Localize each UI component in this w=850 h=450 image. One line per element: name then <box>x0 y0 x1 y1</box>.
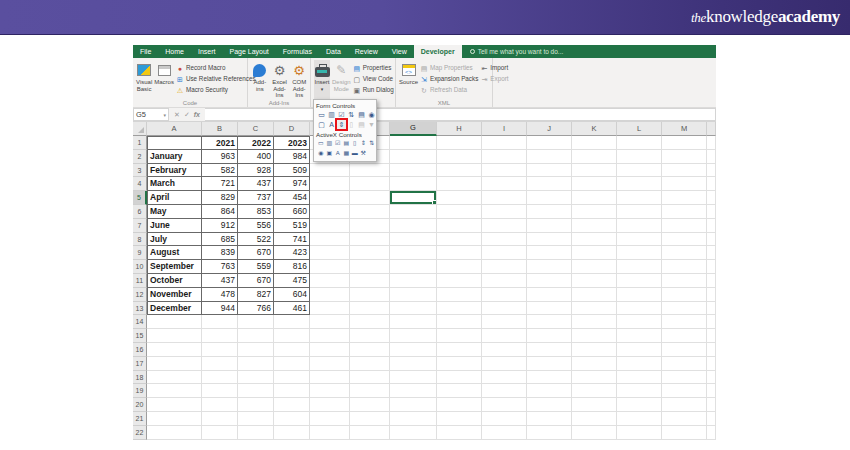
cell-A5[interactable]: April <box>147 191 202 205</box>
cell-G7[interactable] <box>390 219 437 233</box>
cell-D1[interactable]: 2023 <box>274 136 310 150</box>
cell-J13[interactable] <box>527 302 572 316</box>
cell-B8[interactable]: 685 <box>202 233 238 247</box>
activex-control-text-box-icon[interactable]: ▯ <box>351 139 359 148</box>
cell-B16[interactable] <box>202 343 238 357</box>
cell-I20[interactable] <box>482 398 527 412</box>
cell-A16[interactable] <box>147 343 202 357</box>
cell-E11[interactable] <box>310 274 350 288</box>
select-all-corner[interactable] <box>133 122 147 136</box>
cell-J9[interactable] <box>527 246 572 260</box>
cell-B5[interactable]: 829 <box>202 191 238 205</box>
tab-developer[interactable]: Developer <box>414 45 462 58</box>
cell-L20[interactable] <box>617 398 662 412</box>
form-control-combo-list-edit-icon[interactable]: ▤ <box>357 120 366 129</box>
cell-H21[interactable] <box>437 412 482 426</box>
row-header-18[interactable]: 18 <box>133 371 147 385</box>
activex-control-list-box-icon[interactable]: ▤ <box>343 139 351 148</box>
cell-I1[interactable] <box>482 136 527 150</box>
row-header-15[interactable]: 15 <box>133 329 147 343</box>
cell-K8[interactable] <box>572 233 617 247</box>
cell-D15[interactable] <box>274 329 310 343</box>
cell-B19[interactable] <box>202 384 238 398</box>
cell-M10[interactable] <box>662 260 707 274</box>
name-box[interactable]: G5 ▾ <box>133 108 169 121</box>
cell-I18[interactable] <box>482 371 527 385</box>
insert-function-icon[interactable]: fx <box>194 111 200 118</box>
activex-control-toggle-button-icon[interactable]: ▣ <box>326 149 334 158</box>
cell-I10[interactable] <box>482 260 527 274</box>
cell-E17[interactable] <box>310 357 350 371</box>
cell-D9[interactable]: 423 <box>274 246 310 260</box>
cell-M16[interactable] <box>662 343 707 357</box>
cell-D16[interactable] <box>274 343 310 357</box>
row-header-3[interactable]: 3 <box>133 164 147 178</box>
cell-F5[interactable] <box>350 191 390 205</box>
activex-control-spin-button-icon[interactable]: ⇅ <box>368 139 376 148</box>
cell-I9[interactable] <box>482 246 527 260</box>
tab-home[interactable]: Home <box>158 45 191 58</box>
column-header-A[interactable]: A <box>147 122 202 136</box>
cell-D20[interactable] <box>274 398 310 412</box>
insert-controls-button[interactable]: Insert ▾ <box>314 60 330 99</box>
cell-B6[interactable]: 864 <box>202 205 238 219</box>
cell-H18[interactable] <box>437 371 482 385</box>
cell-C1[interactable]: 2022 <box>238 136 274 150</box>
cell-M4[interactable] <box>662 177 707 191</box>
cell-M18[interactable] <box>662 371 707 385</box>
cell-I15[interactable] <box>482 329 527 343</box>
cell-filler13[interactable] <box>707 302 716 316</box>
cell-F6[interactable] <box>350 205 390 219</box>
cell-K2[interactable] <box>572 150 617 164</box>
cell-A7[interactable]: June <box>147 219 202 233</box>
row-header-2[interactable]: 2 <box>133 150 147 164</box>
cell-E22[interactable] <box>310 426 350 440</box>
cell-filler8[interactable] <box>707 233 716 247</box>
cell-K16[interactable] <box>572 343 617 357</box>
cell-C21[interactable] <box>238 412 274 426</box>
activex-control-label-icon[interactable]: A <box>334 149 342 158</box>
cell-filler6[interactable] <box>707 205 716 219</box>
cell-A9[interactable]: August <box>147 246 202 260</box>
cell-G1[interactable] <box>390 136 437 150</box>
cell-H11[interactable] <box>437 274 482 288</box>
cell-F22[interactable] <box>350 426 390 440</box>
cell-M19[interactable] <box>662 384 707 398</box>
name-box-caret-icon[interactable]: ▾ <box>163 112 166 118</box>
tab-data[interactable]: Data <box>319 45 348 58</box>
row-header-4[interactable]: 4 <box>133 177 147 191</box>
visual-basic-button[interactable]: Visual Basic <box>136 60 152 99</box>
cell-A1[interactable] <box>147 136 202 150</box>
cell-A19[interactable] <box>147 384 202 398</box>
cell-F11[interactable] <box>350 274 390 288</box>
cell-filler17[interactable] <box>707 357 716 371</box>
cell-G3[interactable] <box>390 164 437 178</box>
cell-E21[interactable] <box>310 412 350 426</box>
cell-B9[interactable]: 839 <box>202 246 238 260</box>
cell-M21[interactable] <box>662 412 707 426</box>
cell-D19[interactable] <box>274 384 310 398</box>
cell-C3[interactable]: 928 <box>238 164 274 178</box>
cell-J19[interactable] <box>527 384 572 398</box>
cell-C2[interactable]: 400 <box>238 150 274 164</box>
cell-F14[interactable] <box>350 315 390 329</box>
cell-A11[interactable]: October <box>147 274 202 288</box>
cell-K22[interactable] <box>572 426 617 440</box>
cell-K18[interactable] <box>572 371 617 385</box>
use-relative-references-button[interactable]: ⊞ Use Relative References <box>176 74 256 84</box>
cell-G6[interactable] <box>390 205 437 219</box>
cell-C9[interactable]: 670 <box>238 246 274 260</box>
cell-A21[interactable] <box>147 412 202 426</box>
cell-L17[interactable] <box>617 357 662 371</box>
cell-J5[interactable] <box>527 191 572 205</box>
cell-E8[interactable] <box>310 233 350 247</box>
cell-filler9[interactable] <box>707 246 716 260</box>
cell-filler5[interactable] <box>707 191 716 205</box>
cell-F12[interactable] <box>350 288 390 302</box>
cell-filler20[interactable] <box>707 398 716 412</box>
cell-M22[interactable] <box>662 426 707 440</box>
cell-G14[interactable] <box>390 315 437 329</box>
cell-L19[interactable] <box>617 384 662 398</box>
cell-M8[interactable] <box>662 233 707 247</box>
cell-A12[interactable]: November <box>147 288 202 302</box>
